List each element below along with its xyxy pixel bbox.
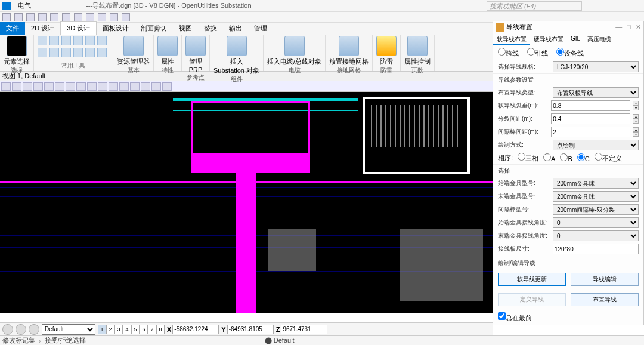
level-select[interactable]: Default (42, 324, 95, 335)
define-button[interactable]: 定义导线 (498, 293, 566, 306)
phase-b[interactable]: B (560, 153, 572, 162)
view-tool-icon[interactable] (76, 82, 86, 91)
page-button[interactable]: 5 (131, 325, 140, 334)
nav-fwd-icon[interactable] (16, 324, 26, 335)
app-menu[interactable]: 电气 (18, 1, 31, 10)
view-tool-icon[interactable] (151, 82, 161, 91)
page-button[interactable]: 4 (123, 325, 131, 334)
tool-icon[interactable] (73, 48, 83, 57)
qat-icon[interactable] (98, 13, 106, 21)
tab-replace[interactable]: 替换 (198, 22, 223, 35)
tool-icon[interactable] (38, 48, 47, 57)
qat-icon[interactable] (26, 13, 35, 21)
always-top-check[interactable]: 总在最前 (498, 314, 532, 321)
type-select[interactable]: 布置双根导线 (553, 87, 639, 98)
drawing-canvas[interactable] (0, 92, 493, 313)
tab-hv[interactable]: 高压电缆 (584, 33, 615, 45)
ribbon-search[interactable]: 搜索功能区 (F4) (487, 1, 582, 11)
page-button[interactable]: 7 (148, 325, 156, 334)
tool-icon[interactable] (38, 36, 47, 45)
update-button[interactable]: 软导线更新 (498, 273, 566, 286)
view-tool-icon[interactable] (33, 82, 43, 91)
tool-icon[interactable] (49, 36, 59, 45)
minimize-icon[interactable]: — (615, 23, 622, 31)
z-coord[interactable] (281, 325, 327, 334)
page-button[interactable]: 3 (114, 325, 123, 334)
phase-c[interactable]: C (577, 153, 590, 162)
tab-hard[interactable]: 硬导线布置 (530, 33, 567, 45)
tool-icon[interactable] (97, 48, 107, 57)
radio-lead[interactable]: 引线 (527, 48, 548, 58)
tab-file[interactable]: 文件 (0, 22, 25, 35)
page-button[interactable]: 6 (140, 325, 148, 334)
spin-down[interactable]: ▾ (633, 106, 639, 110)
view-tool-icon[interactable] (130, 82, 140, 91)
qat-icon[interactable] (38, 13, 47, 21)
qat-icon[interactable] (50, 13, 58, 21)
phase-und[interactable]: 不定义 (595, 153, 622, 163)
tab-view[interactable]: 视图 (173, 22, 198, 35)
y-coord[interactable] (227, 325, 274, 334)
layout-button[interactable]: 布置导线 (571, 293, 639, 306)
tool-icon[interactable] (85, 48, 95, 57)
tab-section[interactable]: 剖面剪切 (135, 22, 173, 35)
view-tool-icon[interactable] (87, 82, 97, 91)
cable-icon[interactable] (284, 36, 305, 56)
qat-icon[interactable] (2, 13, 11, 21)
nav-back-icon[interactable] (2, 324, 13, 335)
plate-input[interactable] (553, 244, 639, 254)
view-tool-icon[interactable] (98, 82, 107, 91)
view-tool-icon[interactable] (162, 82, 172, 91)
sag-input[interactable] (551, 100, 630, 111)
view-tool-icon[interactable] (44, 82, 54, 91)
qat-icon[interactable] (74, 13, 82, 21)
tool-icon[interactable] (61, 48, 71, 57)
tool-icon[interactable] (61, 36, 71, 45)
tab-gil[interactable]: GIL (567, 33, 584, 45)
tab-output[interactable]: 输出 (223, 22, 248, 35)
qat-icon[interactable] (62, 13, 70, 21)
lightning-icon[interactable] (376, 36, 397, 56)
tab-2d[interactable]: 2D 设计 (25, 22, 60, 35)
view-tool-icon[interactable] (141, 82, 150, 91)
ea-select[interactable]: 0 (553, 230, 639, 241)
edit-button[interactable]: 导线编辑 (571, 273, 639, 286)
radio-equip[interactable]: 设备线 (556, 48, 584, 58)
page-button[interactable]: 8 (156, 325, 165, 334)
ctrl-icon[interactable] (407, 36, 428, 56)
bar-input[interactable] (551, 127, 630, 137)
sa-select[interactable]: 0 (553, 217, 639, 228)
view-tool-icon[interactable] (1, 82, 11, 91)
draw-select[interactable]: 点绘制 (553, 140, 639, 150)
resource-mgr-icon[interactable] (123, 36, 144, 56)
tool-icon[interactable] (85, 36, 95, 45)
maximize-icon[interactable]: □ (627, 23, 631, 31)
tab-manage[interactable]: 管理 (248, 22, 273, 35)
page-button[interactable]: 1 (98, 325, 106, 334)
qat-icon[interactable] (86, 13, 94, 21)
palette-icon[interactable] (157, 36, 178, 56)
spin-up[interactable]: ▴ (633, 101, 639, 106)
cursor-icon[interactable] (7, 36, 27, 56)
page-button[interactable]: 2 (106, 325, 114, 334)
tool-icon[interactable] (73, 36, 83, 45)
close-icon[interactable]: ✕ (636, 23, 641, 31)
start-select[interactable]: 200mm金具球 (553, 178, 639, 189)
split-input[interactable] (551, 113, 630, 124)
view-tool-icon[interactable] (55, 82, 64, 91)
qat-icon[interactable] (122, 13, 130, 21)
x-coord[interactable] (172, 325, 219, 334)
barmodel-select[interactable]: 200mm间隔棒-双分裂 (553, 204, 639, 215)
view-tool-icon[interactable] (109, 82, 118, 91)
radio-span[interactable]: 跨线 (498, 48, 519, 58)
view-tool-icon[interactable] (119, 82, 129, 91)
view-tool-icon[interactable] (23, 82, 32, 91)
spec-select[interactable]: LGJ-120/20 (553, 61, 639, 72)
nav-icon[interactable] (29, 324, 39, 335)
tool-icon[interactable] (97, 36, 107, 45)
qat-icon[interactable] (14, 13, 23, 21)
view-tool-icon[interactable] (66, 82, 75, 91)
insert-icon[interactable] (227, 36, 247, 56)
tool-icon[interactable] (49, 48, 59, 57)
tab-panel[interactable]: 面板设计 (97, 22, 135, 35)
